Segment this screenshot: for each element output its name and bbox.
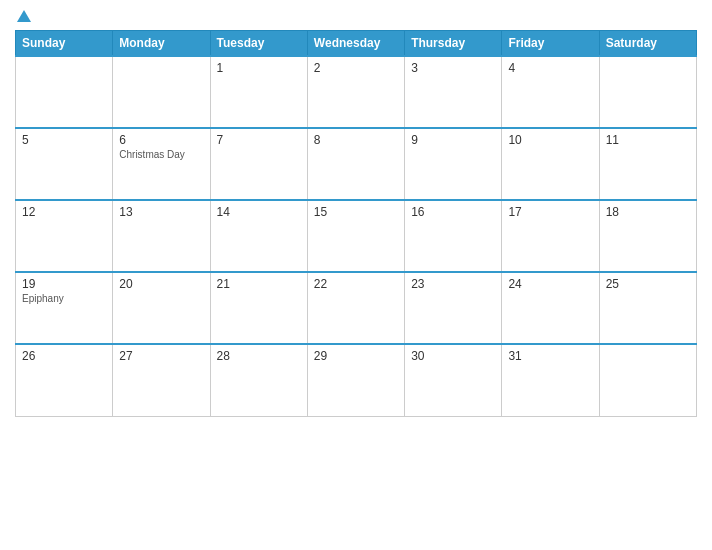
day-number: 4 bbox=[508, 61, 592, 75]
day-number: 28 bbox=[217, 349, 301, 363]
calendar-header bbox=[15, 10, 697, 22]
day-cell: 10 bbox=[502, 128, 599, 200]
day-number: 27 bbox=[119, 349, 203, 363]
logo-triangle-icon bbox=[17, 10, 31, 22]
week-row-4: 19Epiphany202122232425 bbox=[16, 272, 697, 344]
day-number: 31 bbox=[508, 349, 592, 363]
day-cell: 26 bbox=[16, 344, 113, 416]
weekday-header-thursday: Thursday bbox=[405, 31, 502, 57]
day-cell: 5 bbox=[16, 128, 113, 200]
day-cell: 29 bbox=[307, 344, 404, 416]
day-cell: 14 bbox=[210, 200, 307, 272]
day-cell bbox=[599, 344, 696, 416]
day-cell: 18 bbox=[599, 200, 696, 272]
week-row-2: 56Christmas Day7891011 bbox=[16, 128, 697, 200]
day-cell bbox=[113, 56, 210, 128]
day-cell: 15 bbox=[307, 200, 404, 272]
day-cell: 22 bbox=[307, 272, 404, 344]
day-cell: 31 bbox=[502, 344, 599, 416]
logo bbox=[15, 10, 95, 22]
day-cell: 9 bbox=[405, 128, 502, 200]
week-row-1: 1234 bbox=[16, 56, 697, 128]
day-cell: 27 bbox=[113, 344, 210, 416]
day-cell bbox=[599, 56, 696, 128]
day-cell: 11 bbox=[599, 128, 696, 200]
day-cell: 6Christmas Day bbox=[113, 128, 210, 200]
day-cell bbox=[16, 56, 113, 128]
week-row-3: 12131415161718 bbox=[16, 200, 697, 272]
day-cell: 23 bbox=[405, 272, 502, 344]
calendar-table: SundayMondayTuesdayWednesdayThursdayFrid… bbox=[15, 30, 697, 417]
day-cell: 13 bbox=[113, 200, 210, 272]
day-number: 7 bbox=[217, 133, 301, 147]
day-number: 26 bbox=[22, 349, 106, 363]
day-cell: 7 bbox=[210, 128, 307, 200]
weekday-header-friday: Friday bbox=[502, 31, 599, 57]
day-number: 17 bbox=[508, 205, 592, 219]
day-number: 9 bbox=[411, 133, 495, 147]
day-cell: 20 bbox=[113, 272, 210, 344]
day-cell: 2 bbox=[307, 56, 404, 128]
day-number: 30 bbox=[411, 349, 495, 363]
day-cell: 8 bbox=[307, 128, 404, 200]
day-number: 1 bbox=[217, 61, 301, 75]
weekday-header-sunday: Sunday bbox=[16, 31, 113, 57]
day-cell: 1 bbox=[210, 56, 307, 128]
day-number: 23 bbox=[411, 277, 495, 291]
day-cell: 21 bbox=[210, 272, 307, 344]
day-number: 21 bbox=[217, 277, 301, 291]
weekday-header-row: SundayMondayTuesdayWednesdayThursdayFrid… bbox=[16, 31, 697, 57]
day-cell: 30 bbox=[405, 344, 502, 416]
day-number: 18 bbox=[606, 205, 690, 219]
day-number: 19 bbox=[22, 277, 106, 291]
day-number: 25 bbox=[606, 277, 690, 291]
day-cell: 3 bbox=[405, 56, 502, 128]
weekday-header-saturday: Saturday bbox=[599, 31, 696, 57]
day-number: 6 bbox=[119, 133, 203, 147]
calendar-container: SundayMondayTuesdayWednesdayThursdayFrid… bbox=[0, 0, 712, 550]
day-number: 8 bbox=[314, 133, 398, 147]
week-row-5: 262728293031 bbox=[16, 344, 697, 416]
day-number: 5 bbox=[22, 133, 106, 147]
day-number: 10 bbox=[508, 133, 592, 147]
day-cell: 12 bbox=[16, 200, 113, 272]
holiday-name: Christmas Day bbox=[119, 149, 203, 160]
day-cell: 4 bbox=[502, 56, 599, 128]
day-number: 15 bbox=[314, 205, 398, 219]
day-number: 29 bbox=[314, 349, 398, 363]
day-cell: 19Epiphany bbox=[16, 272, 113, 344]
day-number: 2 bbox=[314, 61, 398, 75]
weekday-header-monday: Monday bbox=[113, 31, 210, 57]
day-number: 16 bbox=[411, 205, 495, 219]
day-cell: 24 bbox=[502, 272, 599, 344]
day-cell: 16 bbox=[405, 200, 502, 272]
day-number: 12 bbox=[22, 205, 106, 219]
day-cell: 17 bbox=[502, 200, 599, 272]
holiday-name: Epiphany bbox=[22, 293, 106, 304]
day-number: 13 bbox=[119, 205, 203, 219]
day-number: 22 bbox=[314, 277, 398, 291]
weekday-header-wednesday: Wednesday bbox=[307, 31, 404, 57]
day-number: 11 bbox=[606, 133, 690, 147]
day-number: 14 bbox=[217, 205, 301, 219]
day-number: 24 bbox=[508, 277, 592, 291]
day-number: 20 bbox=[119, 277, 203, 291]
weekday-header-tuesday: Tuesday bbox=[210, 31, 307, 57]
day-number: 3 bbox=[411, 61, 495, 75]
day-cell: 28 bbox=[210, 344, 307, 416]
day-cell: 25 bbox=[599, 272, 696, 344]
